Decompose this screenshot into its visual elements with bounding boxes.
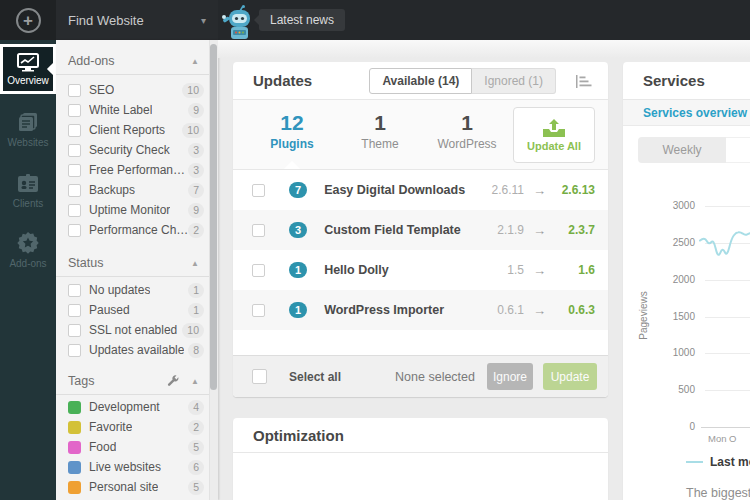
tag-item-development[interactable]: Development4 — [56, 397, 209, 417]
stat-label: WordPress — [427, 137, 507, 151]
breadcrumb: Services overview › A — [623, 100, 750, 126]
filter-sidebar: Add-ons ▲ SEO10 White Label9 Client Repo… — [56, 40, 218, 500]
updates-header: Updates Available (14) Ignored (1) — [233, 62, 608, 100]
update-count-badge: 1 — [289, 302, 307, 318]
y-tick: 1000 — [651, 347, 695, 358]
rail-label-clients: Clients — [0, 198, 56, 209]
update-row[interactable]: 3 Custom Field Template 2.1.9 → 2.3.7 — [233, 210, 608, 250]
collapse-icon: ▲ — [191, 57, 199, 66]
app-screen: + Find Website ▾ Latest news — [0, 0, 750, 500]
tag-label: Food — [89, 440, 116, 454]
filter-item-client-reports[interactable]: Client Reports10 — [56, 120, 209, 140]
filter-item-white-label[interactable]: White Label9 — [56, 100, 209, 120]
tag-label: Live websites — [89, 460, 161, 474]
filter-label: No updates — [89, 283, 150, 297]
update-row[interactable]: 1 Hello Dolly 1.5 → 1.6 — [233, 250, 608, 290]
checkbox[interactable] — [252, 224, 265, 237]
checkbox[interactable] — [252, 304, 265, 317]
robot-mascot-icon[interactable] — [221, 5, 257, 41]
checkbox[interactable] — [68, 344, 81, 357]
count-badge: 7 — [188, 183, 204, 198]
update-all-button[interactable]: Update All — [513, 107, 595, 163]
section-header-tags[interactable]: Tags ▲ — [56, 368, 209, 395]
checkbox[interactable] — [68, 164, 81, 177]
sidebar-item-addons[interactable]: Add-ons — [0, 231, 56, 269]
wrench-icon[interactable] — [167, 375, 179, 387]
filter-item-ssl-not-enabled[interactable]: SSL not enabled10 — [56, 320, 209, 340]
section-header-status[interactable]: Status ▲ — [56, 250, 209, 277]
checkbox[interactable] — [252, 264, 265, 277]
section-header-addons[interactable]: Add-ons ▲ — [56, 48, 209, 75]
updates-footer: Select all None selected Ignore Update — [233, 355, 608, 397]
latest-news-tooltip[interactable]: Latest news — [259, 9, 345, 31]
collapse-icon: ▲ — [191, 377, 199, 386]
checkbox[interactable] — [252, 184, 265, 197]
tag-color-swatch — [68, 481, 81, 494]
update-row[interactable]: 7 Easy Digital Downloads 2.6.11 → 2.6.13 — [233, 170, 608, 210]
stat-label: Theme — [345, 137, 415, 151]
filter-item-no-updates[interactable]: No updates1 — [56, 280, 209, 300]
y-axis-label: Pageviews — [638, 280, 649, 352]
add-website-button[interactable]: + — [0, 0, 56, 40]
services-header: Services — [623, 62, 750, 100]
stat-wordpress[interactable]: 1 WordPress — [427, 111, 507, 151]
sidebar-scrollbar-thumb[interactable] — [210, 44, 217, 390]
tag-item-personal-site[interactable]: Personal site5 — [56, 477, 209, 497]
checkbox[interactable] — [68, 224, 81, 237]
count-badge: 6 — [188, 460, 204, 475]
y-tick: 1500 — [651, 311, 695, 322]
sort-icon[interactable] — [576, 75, 592, 88]
filter-item-free-performance[interactable]: Free Performan…3 — [56, 160, 209, 180]
select-all-checkbox[interactable] — [252, 369, 267, 384]
tab-next-period[interactable] — [726, 137, 750, 163]
checkbox[interactable] — [68, 84, 81, 97]
stat-value: 1 — [345, 111, 415, 135]
ignore-button[interactable]: Ignore — [487, 363, 533, 390]
count-badge: 3 — [188, 163, 204, 178]
y-tick: 0 — [651, 421, 695, 432]
checkbox[interactable] — [68, 104, 81, 117]
checkbox[interactable] — [68, 124, 81, 137]
plus-icon: + — [16, 8, 41, 33]
rail-label-websites: Websites — [0, 137, 56, 148]
tag-item-live-websites[interactable]: Live websites6 — [56, 457, 209, 477]
update-row[interactable]: 1 WordPress Importer 0.6.1 → 0.6.3 — [233, 290, 608, 330]
filter-item-performance-check[interactable]: Performance Ch…2 — [56, 220, 209, 240]
sidebar-scrollbar-track[interactable] — [209, 40, 218, 500]
sidebar-item-websites[interactable]: Websites — [0, 110, 56, 148]
tag-color-swatch — [68, 401, 81, 414]
checkbox[interactable] — [68, 284, 81, 297]
filter-item-paused[interactable]: Paused1 — [56, 300, 209, 320]
filter-item-security-check[interactable]: Security Check3 — [56, 140, 209, 160]
sidebar-item-clients[interactable]: Clients — [0, 173, 56, 209]
y-tick: 2000 — [651, 274, 695, 285]
topbar: + Find Website ▾ Latest news — [0, 0, 750, 40]
checkbox[interactable] — [68, 184, 81, 197]
checkbox[interactable] — [68, 304, 81, 317]
tag-color-swatch — [68, 441, 81, 454]
tag-item-food[interactable]: Food5 — [56, 437, 209, 457]
checkbox[interactable] — [68, 144, 81, 157]
stat-plugins[interactable]: 12 Plugins — [257, 111, 327, 151]
filter-label: Security Check — [89, 143, 170, 157]
stat-theme[interactable]: 1 Theme — [345, 111, 415, 151]
tab-ignored[interactable]: Ignored (1) — [472, 68, 556, 94]
count-badge: 9 — [188, 103, 204, 118]
filter-label: Uptime Monitor — [89, 203, 170, 217]
checkbox[interactable] — [68, 204, 81, 217]
filter-item-uptime-monitor[interactable]: Uptime Monitor9 — [56, 200, 209, 220]
tab-available[interactable]: Available (14) — [369, 68, 472, 94]
filter-item-backups[interactable]: Backups7 — [56, 180, 209, 200]
sidebar-item-overview[interactable]: Overview — [0, 44, 56, 94]
update-button[interactable]: Update — [543, 363, 597, 390]
filter-item-updates-available[interactable]: Updates available8 — [56, 340, 209, 360]
tag-item-favorite[interactable]: Favorite2 — [56, 417, 209, 437]
count-badge: 10 — [182, 323, 204, 338]
filter-label: White Label — [89, 103, 152, 117]
tab-weekly[interactable]: Weekly — [638, 137, 726, 163]
checkbox[interactable] — [68, 324, 81, 337]
services-overview-link[interactable]: Services overview — [643, 106, 747, 120]
filter-item-seo[interactable]: SEO10 — [56, 80, 209, 100]
find-website-dropdown[interactable]: Find Website ▾ — [56, 0, 218, 40]
version-old: 1.5 — [507, 263, 524, 277]
